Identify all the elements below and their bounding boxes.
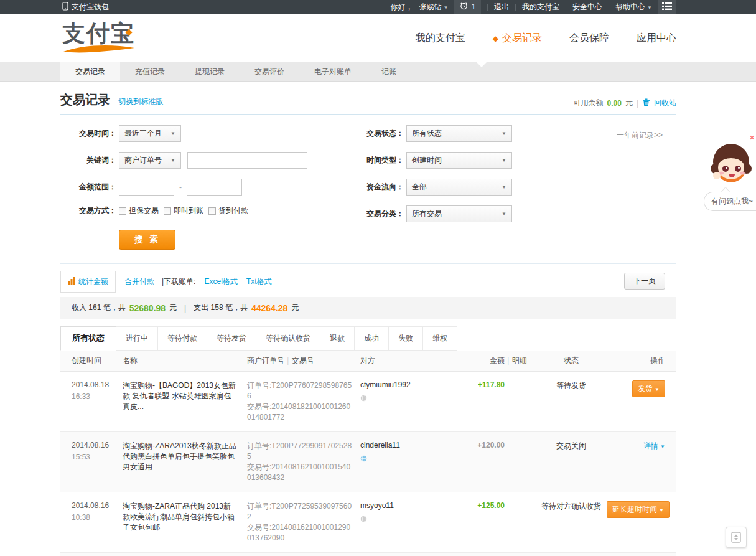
row-status: 等待发货 — [536, 380, 607, 423]
amount-min-input[interactable] — [119, 179, 174, 196]
notifications-button[interactable]: 1 — [454, 0, 481, 14]
subnav-bookkeeping[interactable]: 记账 — [366, 62, 411, 81]
nav-member-protection[interactable]: 会员保障 — [569, 32, 609, 45]
tab-dispute[interactable]: 维权 — [423, 326, 457, 351]
help-center-menu[interactable]: 帮助中心▼ — [615, 2, 652, 12]
chevron-down-icon: ▼ — [502, 131, 506, 136]
fund-flow-select[interactable]: 全部▼ — [406, 179, 512, 196]
subnav-withdraw-records[interactable]: 提现记录 — [180, 62, 240, 81]
chevron-down-icon: ▼ — [659, 507, 664, 513]
tab-awaiting-confirm[interactable]: 等待确认收货 — [256, 326, 320, 351]
row-time: 16:33 — [72, 392, 123, 401]
subnav-e-statement[interactable]: 电子对账单 — [299, 62, 366, 81]
search-button[interactable]: 搜 索 — [119, 230, 175, 250]
page-title-row: 交易记录 切换到标准版 可用余额 0.00 元 | 回收站 — [60, 82, 676, 115]
my-alipay-link[interactable]: 我的支付宝 — [522, 2, 559, 12]
globe-icon[interactable] — [360, 395, 422, 403]
detail-link[interactable]: 详情▼ — [643, 441, 665, 450]
diamond-icon: ◆ — [493, 34, 498, 43]
sub-nav: 交易记录 充值记录 提现记录 交易评价 电子对账单 记账 — [0, 62, 756, 82]
tab-in-progress[interactable]: 进行中 — [116, 326, 158, 351]
keyword-type-select[interactable]: 商户订单号▼ — [119, 152, 181, 169]
status-select[interactable]: 所有状态▼ — [406, 125, 512, 142]
checkbox-cod[interactable] — [208, 207, 216, 215]
row-order-info: 订单号:T200P776072985987656 交易号:20140818210… — [247, 380, 360, 423]
income-unit: 元 — [169, 303, 177, 313]
col-name: 名称 — [123, 351, 247, 371]
close-icon[interactable]: × — [749, 134, 755, 141]
list-icon — [662, 2, 672, 12]
help-assistant-widget: × 有问题点我~ — [706, 133, 756, 187]
excel-link[interactable]: Excel格式 — [204, 276, 237, 287]
globe-icon[interactable] — [360, 455, 422, 464]
range-dash: - — [179, 183, 182, 192]
ship-button[interactable]: 发货▼ — [632, 380, 665, 397]
subnav-recharge-records[interactable]: 充值记录 — [120, 62, 180, 81]
trade-class-select[interactable]: 所有交易▼ — [406, 205, 512, 222]
year-ago-link[interactable]: 一年前记录>> — [617, 130, 663, 141]
col-detail: ｜明细 — [505, 351, 536, 371]
tab-all-status[interactable]: 所有状态 — [60, 326, 116, 351]
app-list-button[interactable] — [658, 0, 676, 14]
back-to-top-button[interactable] — [726, 527, 747, 548]
switch-standard-link[interactable]: 切换到标准版 — [118, 97, 163, 106]
row-amount: +125.00 — [422, 501, 505, 544]
method-label: 交易方式： — [60, 205, 116, 216]
tab-awaiting-shipment[interactable]: 等待发货 — [207, 326, 256, 351]
checkbox-escrow[interactable] — [119, 207, 126, 215]
tab-success[interactable]: 成功 — [355, 326, 389, 351]
subnav-transaction-records[interactable]: 交易记录 — [60, 62, 120, 81]
chevron-down-icon: ▼ — [647, 5, 652, 11]
elevator-icon — [731, 532, 741, 543]
nav-my-alipay[interactable]: 我的支付宝 — [416, 32, 465, 45]
time-filter-label: 交易时间： — [60, 128, 116, 139]
tab-refund[interactable]: 退款 — [320, 326, 355, 351]
next-page-button[interactable]: 下一页 — [624, 273, 665, 290]
username-menu[interactable]: 张赐钻▼ — [419, 2, 448, 12]
active-nav-notch — [477, 62, 487, 67]
time-range-select[interactable]: 最近三个月▼ — [119, 125, 181, 142]
bar-chart-icon — [68, 277, 75, 286]
amount-range-label: 金额范围： — [60, 182, 116, 192]
assistant-bubble[interactable]: 有问题点我~ — [704, 192, 756, 211]
row-status: 交易关闭 — [536, 441, 607, 483]
alipay-logo[interactable]: 支付宝 — [62, 21, 140, 56]
tab-failed[interactable]: 失败 — [389, 326, 423, 351]
txt-link[interactable]: Txt格式 — [246, 276, 272, 287]
chevron-down-icon: ▼ — [502, 184, 506, 190]
phone-icon — [62, 2, 68, 12]
row-order-info: 订单号:T200P772595390975602 交易号:20140816210… — [247, 501, 360, 544]
checkbox-instant[interactable] — [164, 207, 171, 215]
row-amount: +120.00 — [422, 441, 505, 483]
chevron-down-icon: ▼ — [502, 158, 506, 163]
logo-swoosh-icon — [62, 44, 137, 55]
income-amount: 52680.98 — [129, 303, 166, 313]
filter-form: 交易时间： 最近三个月▼ 关键词： 商户订单号▼ 金额范围： - 交易方式： 担… — [60, 115, 676, 264]
recycle-bin-link[interactable]: 回收站 — [654, 98, 676, 108]
row-name: 淘宝购物-ZARA正品代购 2013新款欧美流行潮品单肩包斜挎包小箱子女包包邮 — [123, 501, 247, 544]
keyword-input[interactable] — [187, 152, 307, 169]
merge-pay-link[interactable]: 合并付款 — [124, 276, 154, 287]
row-order-info: 订单号:T200P772990917025285 交易号:20140816210… — [247, 441, 360, 483]
amount-max-input[interactable] — [187, 179, 242, 196]
checkbox-escrow-label: 担保交易 — [129, 205, 159, 216]
balance-value: 0.00 — [607, 99, 622, 108]
security-center-link[interactable]: 安全中心 — [572, 2, 602, 12]
subnav-trade-reviews[interactable]: 交易评价 — [240, 62, 299, 81]
page-title: 交易记录 — [60, 92, 110, 108]
timetype-select[interactable]: 创建时间▼ — [406, 152, 512, 169]
table-row: 2014.08.1610:38 淘宝购物-ZARA正品代购 2013新款欧美流行… — [60, 492, 676, 553]
row-opponent: ctymiumiu1992 — [360, 380, 411, 389]
col-time: 创建时间 — [72, 351, 123, 371]
row-name: 淘宝购物-【BAGOD】2013女包新款 复仇者联盟 水钻英雄图案肩包真皮... — [123, 380, 247, 423]
timetype-label: 时间类型： — [348, 155, 404, 166]
extend-timeout-button[interactable]: 延长超时时间▼ — [607, 501, 670, 518]
nav-transactions[interactable]: ◆交易记录 — [493, 32, 542, 45]
tab-awaiting-payment[interactable]: 等待付款 — [158, 326, 207, 351]
logout-link[interactable]: 退出 — [494, 2, 509, 12]
expense-amount: 44264.28 — [251, 303, 287, 313]
nav-app-center[interactable]: 应用中心 — [637, 32, 676, 45]
globe-icon[interactable] — [360, 516, 422, 524]
assistant-avatar[interactable] — [706, 141, 756, 187]
stats-amount-tab[interactable]: 统计金额 — [60, 271, 116, 293]
